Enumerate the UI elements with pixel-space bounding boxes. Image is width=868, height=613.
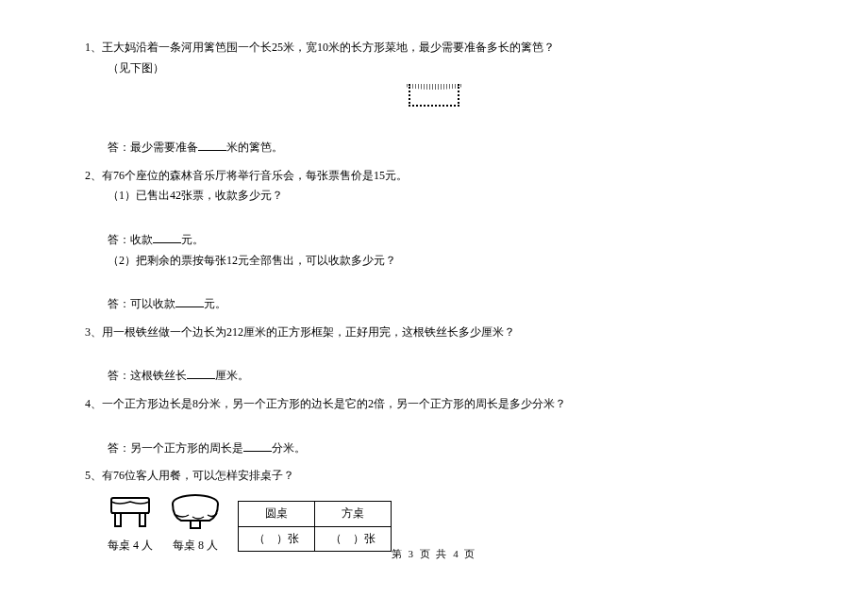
blank-input[interactable] bbox=[243, 438, 272, 452]
svg-rect-2 bbox=[140, 513, 145, 526]
q2-text: 有76个座位的森林音乐厅将举行音乐会，每张票售价是15元。 bbox=[102, 169, 408, 182]
q4-answer-prefix: 答：另一个正方形的周长是 bbox=[108, 441, 243, 455]
blank-input[interactable] bbox=[153, 229, 181, 243]
table-row: 圆桌 方桌 bbox=[239, 502, 392, 527]
q2-ans1-suffix: 元。 bbox=[181, 233, 204, 246]
q3-number: 3、 bbox=[85, 325, 102, 339]
q1-answer-prefix: 答：最少需要准备 bbox=[108, 141, 198, 154]
q2-ans1-prefix: 答：收款 bbox=[108, 233, 153, 246]
square-table-icon bbox=[108, 492, 153, 532]
q3-answer-suffix: 厘米。 bbox=[215, 369, 249, 382]
q3-text: 用一根铁丝做一个边长为212厘米的正方形框架，正好用完，这根铁丝长多少厘米？ bbox=[102, 325, 515, 339]
blank-input[interactable] bbox=[175, 293, 204, 307]
svg-rect-1 bbox=[115, 513, 121, 526]
page-footer: 第 3 页 共 4 页 bbox=[85, 545, 783, 564]
q1-answer-line: 答：最少需要准备米的篱笆。 bbox=[85, 137, 783, 158]
q2-line1: 2、有76个座位的森林音乐厅将举行音乐会，每张票售价是15元。 bbox=[85, 166, 783, 187]
fence-diagram bbox=[409, 84, 459, 107]
q4-answer-line: 答：另一个正方形的周长是分米。 bbox=[85, 438, 783, 459]
question-3: 3、用一根铁丝做一个边长为212厘米的正方形框架，正好用完，这根铁丝长多少厘米？… bbox=[85, 323, 783, 387]
q3-answer-line: 答：这根铁丝长厘米。 bbox=[85, 365, 783, 387]
q1-text: 王大妈沿着一条河用篱笆围一个长25米，宽10米的长方形菜地，最少需要准备多长的篱… bbox=[102, 41, 555, 54]
spacer bbox=[85, 342, 783, 365]
spacer bbox=[85, 415, 783, 438]
question-5: 5、有76位客人用餐，可以怎样安排桌子？ 每桌 4 人 每桌 8 人 bbox=[85, 466, 783, 555]
q1-line1: 1、王大妈沿着一条河用篱笆围一个长25米，宽10米的长方形菜地，最少需要准备多长… bbox=[85, 38, 783, 58]
q4-line1: 4、一个正方形边长是8分米，另一个正方形的边长是它的2倍，另一个正方形的周长是多… bbox=[85, 394, 783, 415]
q2-number: 2、 bbox=[85, 169, 102, 182]
header-round: 圆桌 bbox=[239, 502, 315, 527]
q4-text: 一个正方形边长是8分米，另一个正方形的边长是它的2倍，另一个正方形的周长是多少分… bbox=[102, 397, 566, 410]
q1-number: 1、 bbox=[85, 41, 102, 54]
q1-subtext: （见下图） bbox=[85, 58, 783, 79]
q2-ans2-suffix: 元。 bbox=[204, 297, 226, 310]
q2-ans2-line: 答：可以收款元。 bbox=[85, 293, 783, 315]
q3-line1: 3、用一根铁丝做一个边长为212厘米的正方形框架，正好用完，这根铁丝长多少厘米？ bbox=[85, 323, 783, 343]
question-2: 2、有76个座位的森林音乐厅将举行音乐会，每张票售价是15元。 （1）已售出42… bbox=[85, 166, 783, 315]
q2-part1: （1）已售出42张票，收款多少元？ bbox=[85, 186, 783, 207]
spacer bbox=[85, 207, 783, 229]
svg-rect-5 bbox=[191, 521, 200, 528]
svg-rect-0 bbox=[111, 498, 149, 513]
q5-line1: 5、有76位客人用餐，可以怎样安排桌子？ bbox=[85, 466, 783, 487]
header-square: 方桌 bbox=[315, 502, 392, 527]
q3-answer-prefix: 答：这根铁丝长 bbox=[108, 369, 187, 382]
q5-text: 有76位客人用餐，可以怎样安排桌子？ bbox=[102, 469, 294, 482]
round-table-icon bbox=[170, 492, 221, 532]
q2-ans2-prefix: 答：可以收款 bbox=[108, 297, 175, 310]
q4-number: 4、 bbox=[85, 397, 102, 410]
blank-input[interactable] bbox=[187, 365, 215, 379]
q1-answer-suffix: 米的篱笆。 bbox=[226, 141, 283, 154]
q2-ans1-line: 答：收款元。 bbox=[85, 229, 783, 251]
question-1: 1、王大妈沿着一条河用篱笆围一个长25米，宽10米的长方形菜地，最少需要准备多长… bbox=[85, 38, 783, 158]
spacer bbox=[85, 271, 783, 293]
q2-part2: （2）把剩余的票按每张12元全部售出，可以收款多少元？ bbox=[85, 251, 783, 272]
answer-table: 圆桌 方桌 （ ）张 （ ）张 bbox=[238, 501, 392, 552]
q5-number: 5、 bbox=[85, 469, 102, 482]
q4-answer-suffix: 分米。 bbox=[272, 441, 306, 455]
blank-input[interactable] bbox=[198, 137, 226, 151]
question-4: 4、一个正方形边长是8分米，另一个正方形的边长是它的2倍，另一个正方形的周长是多… bbox=[85, 394, 783, 458]
spacer bbox=[85, 114, 783, 137]
